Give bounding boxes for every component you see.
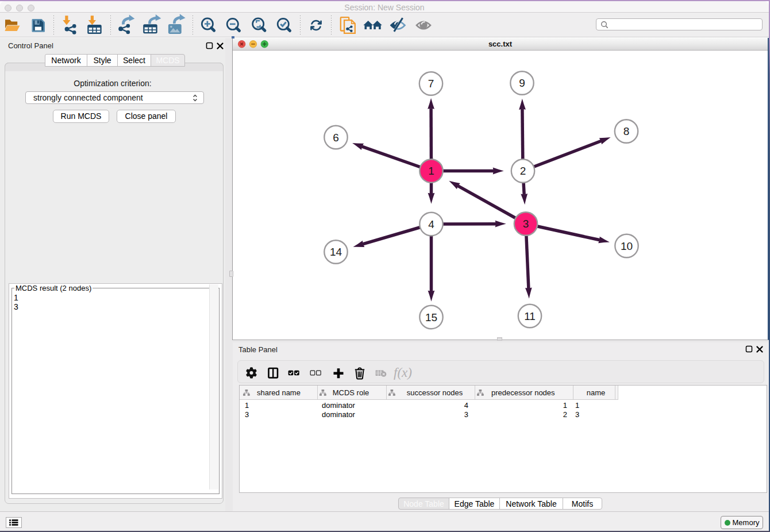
svg-text:6: 6 — [333, 132, 339, 144]
svg-text:7: 7 — [428, 78, 434, 90]
svg-text:15: 15 — [425, 311, 437, 323]
svg-text:4: 4 — [428, 218, 434, 230]
svg-text:11: 11 — [524, 310, 536, 322]
svg-text:f(x): f(x) — [394, 365, 412, 380]
svg-text:3: 3 — [523, 218, 529, 230]
svg-text:2: 2 — [520, 165, 526, 177]
svg-text:14: 14 — [330, 246, 342, 258]
svg-text:9: 9 — [519, 77, 525, 89]
svg-text:8: 8 — [623, 125, 630, 137]
svg-text:1: 1 — [428, 165, 434, 177]
svg-text:10: 10 — [621, 240, 633, 252]
